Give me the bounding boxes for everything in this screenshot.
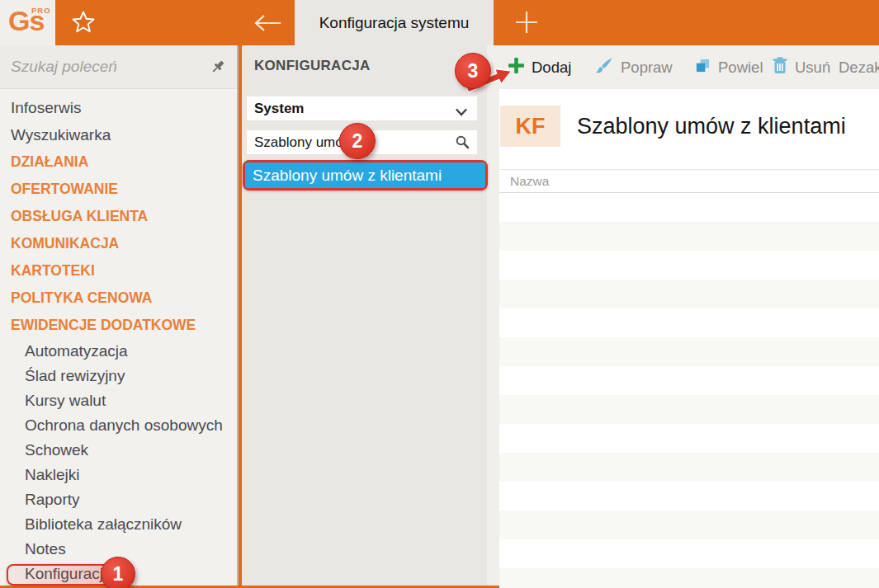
tab-title: Konfiguracja systemu — [319, 14, 470, 32]
deactivate-button-label: Dezaktywuj — [839, 59, 879, 77]
sidebar-item-automatyzacja[interactable]: Automatyzacja — [0, 339, 238, 364]
deactivate-button[interactable]: Dezaktywuj — [839, 45, 879, 89]
duplicate-button[interactable]: Powiel — [695, 45, 763, 89]
duplicate-button-label: Powiel — [718, 59, 763, 77]
step-2-badge: 2 — [339, 123, 376, 159]
sidebar-item-kartoteki[interactable]: KARTOTEKI — [0, 257, 238, 285]
new-tab-plus-icon[interactable] — [514, 10, 539, 35]
step-1-badge: 1 — [101, 557, 135, 588]
main-content: KF Szablony umów z klientami Nazwa — [499, 89, 879, 588]
top-bar: Konfiguracja systemu — [0, 0, 879, 45]
app-window: Konfiguracja systemu Gs PRO InfoserwisWy… — [0, 0, 879, 588]
config-list-item-selected[interactable]: Szablony umów z klientami — [245, 162, 485, 188]
sidebar-item-polityka-cenowa[interactable]: POLITYKA CENOWA — [0, 285, 238, 312]
delete-button-label: Usuń — [795, 59, 830, 77]
sidebar-item-działania[interactable]: DZIAŁANIA — [0, 148, 238, 176]
sidebar-item-ofertowanie[interactable]: OFERTOWANIE — [0, 176, 238, 203]
annotation-frame-konfiguracja — [7, 564, 112, 586]
tab-konfiguracja-systemu[interactable]: Konfiguracja systemu — [295, 0, 494, 45]
sidebar-item-ochrona-danych-osobowych[interactable]: Ochrona danych osobowych — [0, 413, 238, 438]
table-header[interactable]: Nazwa — [499, 169, 879, 193]
sidebar-item-raporty[interactable]: Raporty — [0, 487, 238, 512]
favorites-star-icon[interactable] — [71, 10, 96, 35]
sidebar-item-infoserwis[interactable]: Infoserwis — [0, 94, 238, 121]
edit-button-label: Popraw — [621, 59, 673, 77]
brush-icon — [594, 56, 613, 78]
pin-icon[interactable] — [210, 59, 226, 75]
sidebar-item-ślad-rewizyjny[interactable]: Ślad rewizyjny — [0, 364, 238, 388]
sidebar-item-schowek[interactable]: Schowek — [0, 438, 238, 463]
trash-icon — [773, 57, 787, 78]
duplicate-icon — [695, 58, 711, 78]
page-title: Szablony umów z klientami — [577, 114, 846, 139]
command-search-bar — [0, 45, 238, 89]
sidebar-item-ewidencje-dodatkowe[interactable]: EWIDENCJE DODATKOWE — [0, 312, 238, 339]
sidebar-item-kursy-walut[interactable]: Kursy walut — [0, 388, 238, 413]
module-sidebar: InfoserwisWyszukiwarkaDZIAŁANIAOFERTOWAN… — [0, 89, 238, 586]
annotation-frame-selected-item: Szablony umów z klientami — [243, 160, 488, 191]
empty-table-rows[interactable] — [499, 193, 879, 588]
logo-pro-label: PRO — [31, 6, 51, 15]
step-3-badge: 3 — [455, 53, 491, 89]
panel-title: KONFIGURACJA — [254, 58, 371, 74]
config-section-dropdown[interactable]: System — [247, 96, 477, 120]
selected-item-label: Szablony umów z klientami — [253, 167, 442, 185]
sidebar-item-naklejki[interactable]: Naklejki — [0, 463, 238, 487]
column-header-nazwa: Nazwa — [499, 174, 549, 189]
edit-button[interactable]: Popraw — [594, 45, 673, 89]
sidebar-item-wyszukiwarka[interactable]: Wyszukiwarka — [0, 121, 238, 148]
add-button-label: Dodaj — [532, 59, 571, 77]
app-logo[interactable]: Gs PRO — [0, 0, 55, 45]
sidebar-item-komunikacja[interactable]: KOMUNIKACJA — [0, 230, 238, 257]
dropdown-selected-value: System — [247, 101, 456, 117]
command-search-input[interactable] — [11, 54, 201, 79]
sidebar-item-biblioteka-załączników[interactable]: Biblioteka załączników — [0, 512, 238, 537]
module-badge: KF — [500, 106, 560, 147]
back-arrow-icon[interactable] — [253, 14, 282, 32]
magnifier-icon[interactable] — [456, 135, 470, 149]
sidebar-item-obsługa-klienta[interactable]: OBSŁUGA KLIENTA — [0, 203, 238, 230]
chevron-down-icon — [456, 105, 467, 112]
delete-button[interactable]: Usuń — [773, 45, 830, 89]
